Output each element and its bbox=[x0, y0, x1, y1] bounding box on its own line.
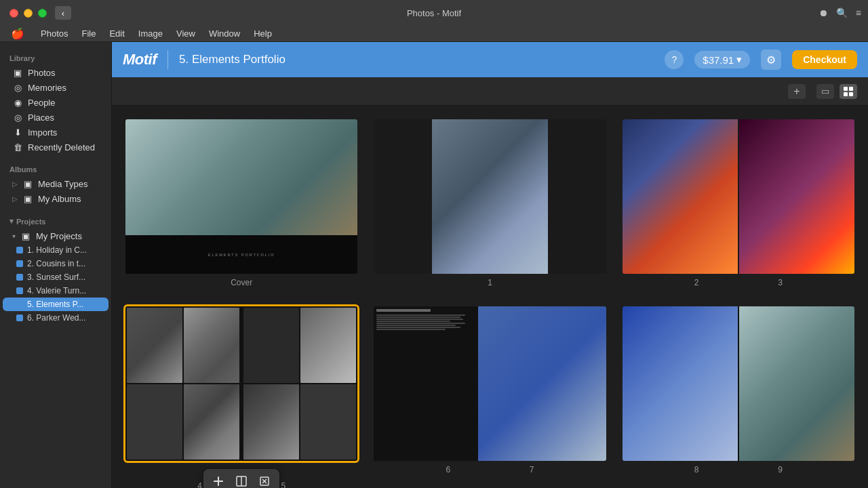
people-icon: ◉ bbox=[12, 97, 23, 108]
page-thumb-6-7[interactable] bbox=[374, 306, 606, 461]
photos-icon: ▣ bbox=[12, 67, 23, 78]
page-thumb-2-3[interactable] bbox=[623, 119, 854, 274]
sidebar-item-proj1[interactable]: 1. Holiday in C... bbox=[3, 243, 108, 257]
close-button[interactable] bbox=[9, 9, 18, 18]
media-types-icon: ▣ bbox=[22, 178, 33, 189]
menu-window[interactable]: Window bbox=[203, 28, 245, 39]
menu-icon[interactable]: ≡ bbox=[856, 7, 861, 18]
page-label-6-7: 6 7 bbox=[446, 465, 534, 474]
page-label-1: 1 bbox=[488, 278, 492, 287]
my-projects-expand: ▾ bbox=[12, 232, 16, 240]
proj2-dot bbox=[16, 260, 23, 267]
window-title: Photos - Motif bbox=[407, 8, 461, 18]
sidebar-item-recently-deleted[interactable]: 🗑 Recently Deleted bbox=[3, 140, 108, 155]
places-icon: ◎ bbox=[12, 112, 23, 123]
grid-icon bbox=[844, 87, 853, 96]
menu-edit[interactable]: Edit bbox=[104, 28, 130, 39]
sidebar-item-people[interactable]: ◉ People bbox=[3, 95, 108, 110]
page-cell-4-5: 4 5 bbox=[125, 306, 357, 488]
menubar: 🍎 Photos File Edit Image View Window Hel… bbox=[0, 26, 868, 42]
imports-icon: ⬇ bbox=[12, 127, 23, 138]
proj4-dot bbox=[16, 287, 23, 294]
view-grid-button[interactable] bbox=[840, 84, 857, 99]
page-label-cover: Cover bbox=[231, 278, 252, 287]
sidebar-item-memories[interactable]: ◎ Memories bbox=[3, 80, 108, 95]
page-thumb-8-9[interactable] bbox=[623, 306, 854, 461]
page-label-2-3: 2 3 bbox=[694, 278, 783, 287]
maximize-button[interactable] bbox=[38, 9, 47, 18]
sidebar-item-proj5[interactable]: 5. Elements P... bbox=[3, 298, 108, 311]
albums-section-label: Albums bbox=[0, 161, 111, 176]
svg-rect-1 bbox=[849, 87, 853, 91]
proj3-dot bbox=[16, 274, 23, 281]
price-value: $37.91 bbox=[703, 54, 734, 66]
page-cell-1: 1 bbox=[374, 119, 606, 287]
pages-grid: ELEMENTS PORTFOLIO Cover 1 bbox=[112, 106, 868, 488]
checkout-button[interactable]: Checkout bbox=[792, 50, 857, 69]
sidebar-item-proj2[interactable]: 2. Cousins in t... bbox=[3, 257, 108, 270]
svg-rect-3 bbox=[849, 92, 853, 96]
sidebar-item-media-types[interactable]: ▷ ▣ Media Types bbox=[3, 176, 108, 191]
sidebar-item-proj3[interactable]: 3. Sunset Surf... bbox=[3, 270, 108, 284]
my-projects-icon: ▣ bbox=[20, 230, 31, 241]
svg-rect-0 bbox=[844, 87, 848, 91]
sidebar-item-proj4[interactable]: 4. Valerie Turn... bbox=[3, 284, 108, 298]
page-cell-2-3: 2 3 bbox=[623, 119, 854, 287]
window-controls bbox=[9, 9, 47, 18]
menu-help[interactable]: Help bbox=[248, 28, 277, 39]
project-title: 5. Elements Portfolio bbox=[179, 53, 285, 66]
record-icon: ⏺ bbox=[818, 7, 828, 18]
sidebar-item-imports[interactable]: ⬇ Imports bbox=[3, 125, 108, 140]
page-label-8-9: 8 9 bbox=[694, 465, 783, 474]
memories-icon: ◎ bbox=[12, 82, 23, 93]
price-button[interactable]: $37.91 ▾ bbox=[694, 51, 750, 68]
content-area: Motif 5. Elements Portfolio ? $37.91 ▾ ⚙… bbox=[112, 42, 868, 488]
layout-icon bbox=[236, 476, 247, 487]
topbar: Motif 5. Elements Portfolio ? $37.91 ▾ ⚙… bbox=[112, 42, 868, 77]
sidebar: Library ▣ Photos ◎ Memories ◉ People ◎ P… bbox=[0, 42, 112, 488]
cover-text: ELEMENTS PORTFOLIO bbox=[208, 253, 275, 257]
motif-logo: Motif bbox=[123, 51, 157, 68]
delete-icon bbox=[259, 476, 270, 487]
sidebar-item-proj6[interactable]: 6. Parker Wed... bbox=[3, 311, 108, 325]
trash-icon: 🗑 bbox=[12, 142, 23, 152]
proj6-dot bbox=[16, 314, 23, 321]
page-cell-8-9: 8 9 bbox=[623, 306, 854, 488]
expand-icon-media: ▷ bbox=[12, 180, 18, 188]
back-button[interactable]: ‹ bbox=[55, 6, 71, 20]
floating-layout-button[interactable] bbox=[231, 472, 252, 488]
floating-delete-button[interactable] bbox=[254, 472, 275, 488]
proj1-dot bbox=[16, 247, 23, 253]
menu-view[interactable]: View bbox=[171, 28, 201, 39]
page-cell-cover: ELEMENTS PORTFOLIO Cover bbox=[125, 119, 357, 287]
menu-image[interactable]: Image bbox=[133, 28, 168, 39]
toolbar-row: + ▭ bbox=[112, 77, 868, 106]
menu-file[interactable]: File bbox=[76, 28, 101, 39]
sidebar-item-photos[interactable]: ▣ Photos bbox=[3, 65, 108, 80]
expand-icon-albums: ▷ bbox=[12, 195, 18, 203]
add-page-button[interactable]: + bbox=[788, 84, 806, 99]
floating-add-button[interactable] bbox=[208, 472, 229, 488]
view-single-button[interactable]: ▭ bbox=[816, 84, 834, 99]
library-section-label: Library bbox=[0, 50, 111, 65]
menu-photos[interactable]: Photos bbox=[35, 28, 73, 39]
apple-menu[interactable]: 🍎 bbox=[5, 27, 30, 40]
price-arrow: ▾ bbox=[736, 54, 742, 66]
page-thumb-cover[interactable]: ELEMENTS PORTFOLIO bbox=[125, 119, 357, 274]
minimize-button[interactable] bbox=[24, 9, 33, 18]
search-icon[interactable]: 🔍 bbox=[836, 7, 848, 18]
sidebar-item-places[interactable]: ◎ Places bbox=[3, 110, 108, 125]
my-albums-icon: ▣ bbox=[22, 193, 33, 204]
gear-button[interactable]: ⚙ bbox=[761, 49, 781, 70]
projects-section: ▾ Projects bbox=[0, 213, 111, 228]
page-cell-6-7: 6 7 bbox=[374, 306, 606, 488]
page-thumb-4-5[interactable] bbox=[125, 306, 357, 461]
page-thumb-1[interactable] bbox=[374, 119, 606, 274]
app-body: Library ▣ Photos ◎ Memories ◉ People ◎ P… bbox=[0, 42, 868, 488]
add-icon bbox=[213, 476, 224, 487]
sidebar-item-my-albums[interactable]: ▷ ▣ My Albums bbox=[3, 191, 108, 206]
help-button[interactable]: ? bbox=[665, 50, 684, 69]
sidebar-item-my-projects[interactable]: ▾ ▣ My Projects bbox=[3, 228, 108, 243]
titlebar: ‹ Photos - Motif ⏺ 🔍 ≡ bbox=[0, 0, 868, 26]
projects-expand-icon[interactable]: ▾ bbox=[9, 217, 14, 226]
